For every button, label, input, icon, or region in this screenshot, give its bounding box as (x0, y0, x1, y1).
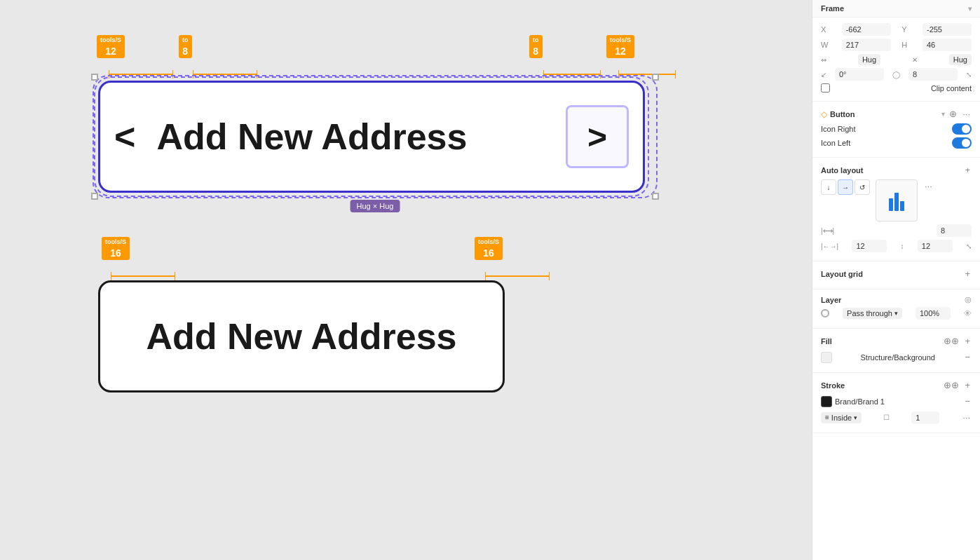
radius-input[interactable] (908, 68, 958, 81)
component-chevron: ▾ (941, 110, 945, 118)
canvas: tools/S 12 to 8 to 8 tools/S 12 (0, 0, 812, 560)
align-cell-3[interactable]: ↺ (855, 179, 870, 195)
bar-1 (889, 198, 893, 211)
badge-num-16-br: 16 (483, 247, 494, 259)
stroke-value-row: Brand/Brand 1 − (821, 395, 972, 408)
button-2[interactable]: Add New Address (98, 280, 505, 392)
badge-label-br: tools/S (478, 238, 499, 245)
stroke-color-swatch[interactable] (821, 396, 832, 407)
stroke-width-icon: ☐ (883, 414, 890, 421)
fill-add-btn[interactable]: + (963, 334, 972, 348)
gap-icon: |⟷| (821, 227, 834, 235)
clip-content-row: Clip content (821, 83, 972, 93)
h-label: H (901, 41, 911, 49)
component-target-btn[interactable]: ⊕ (948, 107, 958, 121)
badge-num-12-tr: 12 (615, 46, 626, 57)
button1-left-arrow: < (114, 116, 135, 158)
button2-text: Add New Address (146, 315, 456, 357)
component-name: Button (830, 110, 939, 118)
auto-layout-more-btn[interactable]: ··· (923, 179, 934, 193)
icon-right-toggle[interactable] (952, 123, 972, 135)
frame-chevron: ▾ (968, 5, 972, 13)
hug-icon-v: ✕ (912, 56, 918, 64)
handle-bl[interactable] (91, 193, 98, 200)
fill-target-btn[interactable]: ⊕⊕ (942, 334, 960, 348)
icon-left-row: Icon Left (821, 137, 972, 149)
handle-br[interactable] (652, 193, 659, 200)
auto-layout-visual (876, 179, 918, 221)
blend-mode-dropdown[interactable]: Pass through ▾ (843, 308, 902, 319)
fill-remove-btn[interactable]: − (963, 350, 972, 364)
icon-right-row: Icon Right (821, 123, 972, 135)
blend-icon (821, 309, 829, 317)
hug-label: Hug × Hug (351, 200, 400, 212)
x-label: X (821, 25, 831, 34)
w-input[interactable] (842, 39, 891, 51)
opacity-input[interactable] (916, 307, 951, 320)
rotation-icon: ↙ (821, 71, 826, 78)
stroke-more-btn[interactable]: ··· (961, 411, 972, 424)
layout-grid-add-btn[interactable]: + (963, 267, 972, 280)
fill-value-label: Structure/Background (861, 353, 935, 362)
handle-tr[interactable] (652, 74, 659, 81)
stroke-add-btn[interactable]: + (963, 378, 972, 392)
align-cell-2[interactable]: → (838, 179, 853, 195)
button-1[interactable]: < Add New Address > (98, 81, 645, 193)
component-more-btn[interactable]: ··· (961, 107, 972, 121)
stroke-title: Stroke (821, 381, 939, 390)
rotation-input[interactable] (835, 68, 884, 81)
layer-target-icon[interactable]: ◎ (965, 295, 972, 304)
visibility-icon[interactable]: 👁 (964, 309, 972, 317)
badge-label-tl: tools/S (100, 36, 121, 43)
stroke-remove-btn[interactable]: − (963, 395, 972, 408)
fill-value-row: Structure/Background − (821, 350, 972, 364)
padding-top-input[interactable] (918, 240, 953, 252)
stroke-width-input[interactable] (911, 411, 939, 424)
button1-container: < Add New Address > Hug × Hug (98, 81, 652, 193)
badge-label-to-tr: to (533, 36, 539, 43)
hug-v-dropdown[interactable]: Hug (949, 54, 972, 65)
icon-left-label: Icon Left (821, 139, 949, 147)
badge-label-to-tl: to (182, 36, 189, 43)
x-input[interactable] (842, 23, 891, 36)
padding-left-input[interactable] (852, 240, 887, 252)
alignment-grid: ↓ → ↺ (821, 179, 870, 195)
fill-color-swatch[interactable] (821, 352, 832, 363)
badge-16-bl: tools/S 16 (102, 237, 130, 260)
hug-h-dropdown[interactable]: Hug (858, 54, 880, 65)
stroke-alignment-icon: ≡ (825, 414, 829, 421)
expand-padding-icon[interactable]: ⤡ (966, 243, 972, 250)
measure-line-top-right1 (543, 70, 601, 78)
handle-tl[interactable] (91, 74, 98, 81)
badge-16-br: tools/S 16 (475, 237, 503, 260)
fill-title: Fill (821, 337, 939, 346)
layer-header: Layer ◎ (821, 295, 972, 304)
measure-line-bot-left (111, 272, 175, 280)
button1-right-arrow: > (587, 118, 607, 156)
auto-layout-section: Auto layout + ↓ → ↺ ··· |⟷| (812, 158, 980, 261)
badge-tools-12-tr: tools/S 12 (606, 35, 634, 58)
stroke-target-btn[interactable]: ⊕⊕ (942, 378, 960, 392)
expand-corners-icon[interactable]: ⤡ (966, 71, 972, 78)
clip-content-checkbox[interactable] (821, 83, 830, 93)
badge-num-12-tl: 12 (105, 46, 116, 57)
y-input[interactable] (923, 23, 972, 36)
stroke-value-label: Brand/Brand 1 (835, 397, 960, 406)
stroke-alignment-dropdown[interactable]: ≡ Inside ▾ (821, 412, 862, 423)
stroke-section: Stroke ⊕⊕ + Brand/Brand 1 − ≡ Inside ▾ ☐… (812, 373, 980, 433)
h-input[interactable] (923, 39, 972, 51)
icon-left-toggle[interactable] (952, 137, 972, 149)
y-label: Y (901, 25, 911, 34)
auto-layout-title: Auto layout (821, 166, 960, 175)
badge-to-8-tl: to 8 (179, 35, 192, 58)
padding-h-icon: |←→| (821, 243, 838, 250)
auto-layout-add-btn[interactable]: + (963, 163, 972, 177)
badge-tools-12-tl: tools/S 12 (97, 35, 125, 58)
bar-chart-icon (889, 190, 904, 211)
padding-row-1: |←→| ↕ ⤡ (821, 240, 972, 252)
w-label: W (821, 41, 831, 49)
align-cell-1[interactable]: ↓ (821, 179, 836, 195)
radius-icon: ◯ (892, 71, 900, 78)
panel-position-section: X Y W H ⇔ Hug ✕ Hug ↙ ◯ ⤡ Clip content (812, 18, 980, 102)
gap-input[interactable] (937, 224, 972, 237)
